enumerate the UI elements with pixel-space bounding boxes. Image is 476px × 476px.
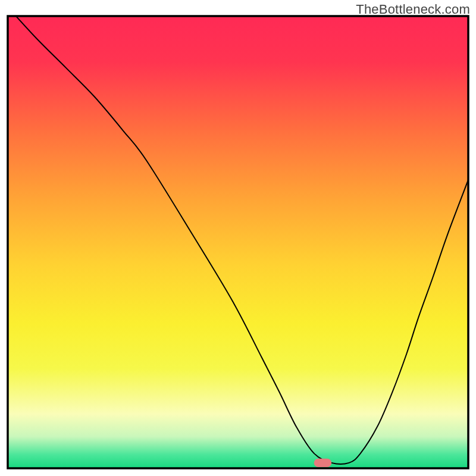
chart-container: TheBottleneck.com (0, 0, 476, 476)
gradient-background (8, 16, 468, 468)
watermark-text: TheBottleneck.com (356, 2, 470, 17)
bottleneck-chart (0, 0, 476, 476)
optimal-zone-marker (314, 459, 331, 467)
